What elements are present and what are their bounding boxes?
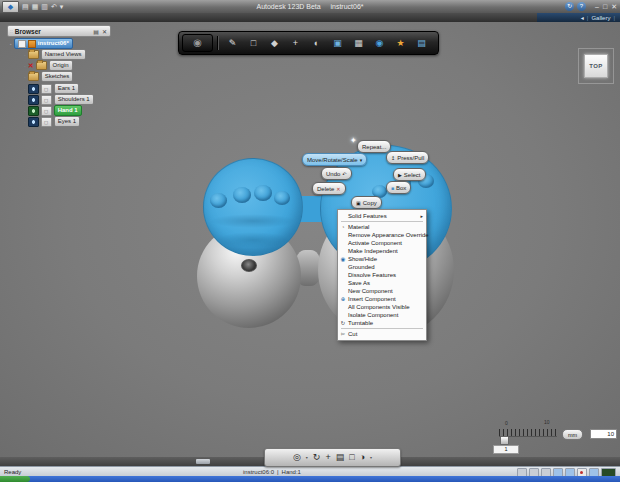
visibility-icon[interactable] bbox=[28, 106, 39, 116]
menu-item-label: All Components Visible bbox=[348, 304, 424, 310]
browser-item-shoulders-1[interactable]: ·◻Shoulders 1 bbox=[24, 95, 94, 104]
visibility-icon[interactable] bbox=[28, 95, 39, 105]
browser-item-ears-1[interactable]: ·◻Ears 1 bbox=[24, 84, 79, 93]
toolbar-move-icon[interactable]: + bbox=[286, 34, 305, 52]
snap-value-field[interactable]: 1 bbox=[493, 445, 519, 454]
panel-close-icon[interactable]: ✕ bbox=[102, 28, 107, 35]
caret-down-icon[interactable]: ▾ bbox=[370, 455, 372, 460]
visibility-icon[interactable] bbox=[28, 84, 39, 94]
menu-item-grounded[interactable]: Grounded bbox=[338, 263, 426, 271]
menu-item-label: Isolate Component bbox=[348, 312, 424, 318]
press-pull-button[interactable]: ↥ Press/Pull bbox=[386, 151, 429, 164]
open-icon[interactable]: ▤ bbox=[22, 2, 29, 12]
view-box-icon[interactable]: □ bbox=[349, 450, 354, 465]
pan-icon[interactable]: + bbox=[325, 450, 330, 465]
browser-item-label[interactable]: Shoulders 1 bbox=[54, 94, 94, 105]
gallery-label[interactable]: Gallery bbox=[591, 15, 610, 21]
browser-item-label[interactable]: Hand 1 bbox=[54, 105, 82, 116]
menu-item-remove-appearance-override[interactable]: Remove Appearance Override bbox=[338, 231, 426, 239]
redo-caret-icon[interactable]: ▾ bbox=[60, 2, 64, 12]
grip-dot: · bbox=[24, 97, 26, 103]
repeat-button[interactable]: Repeat... bbox=[357, 140, 391, 153]
menu-item-all-components-visible[interactable]: All Components Visible bbox=[338, 303, 426, 311]
print-icon[interactable]: ▥ bbox=[41, 2, 48, 12]
menu-item-make-independent[interactable]: Make Independent bbox=[338, 247, 426, 255]
orbit-icon[interactable]: ↻ bbox=[313, 450, 321, 465]
toolbar-snap-grid-icon[interactable]: ▤ bbox=[412, 34, 431, 52]
toolbar-primitives-icon[interactable]: □ bbox=[244, 34, 263, 52]
undo-icon[interactable]: ↶ bbox=[51, 2, 57, 12]
maximize-button[interactable]: □ bbox=[603, 2, 607, 11]
gallery-button[interactable]: ◂ | Gallery | bbox=[537, 13, 620, 22]
help-icon[interactable]: ? bbox=[577, 2, 586, 11]
os-taskbar[interactable] bbox=[0, 476, 620, 482]
delete-button[interactable]: Delete ✕ bbox=[312, 182, 346, 195]
menu-item-dissolve-features[interactable]: Dissolve Features bbox=[338, 271, 426, 279]
ruler-max-label: 10 bbox=[544, 419, 550, 425]
scrollbar-thumb[interactable] bbox=[196, 459, 210, 464]
minimize-button[interactable]: – bbox=[595, 2, 599, 11]
menu-item-save-as[interactable]: Save As bbox=[338, 279, 426, 287]
3d-viewport[interactable] bbox=[0, 22, 620, 457]
browser-item-label[interactable]: Origin bbox=[49, 60, 73, 71]
browser-item-label[interactable]: Named Views bbox=[41, 49, 86, 60]
menu-item-turntable[interactable]: ↻Turntable bbox=[338, 319, 426, 327]
move-rotate-scale-button[interactable]: Move/Rotate/Scale ▾ bbox=[302, 153, 367, 166]
browser-item-root[interactable]: ▪ instruct06* bbox=[10, 38, 73, 49]
grid-size-field[interactable]: 10 bbox=[590, 429, 617, 439]
toolbar-combine-icon[interactable]: ▣ bbox=[328, 34, 347, 52]
browser-item-label[interactable]: Sketches bbox=[41, 71, 74, 82]
start-button[interactable] bbox=[0, 476, 30, 482]
view-cube[interactable]: TOP bbox=[584, 54, 608, 78]
toolbar-pattern-icon[interactable]: ▦ bbox=[349, 34, 368, 52]
menu-item-isolate-component[interactable]: Isolate Component bbox=[338, 311, 426, 319]
back-arrow-icon[interactable]: ◂ bbox=[581, 14, 584, 21]
browser-item-sketches[interactable]: ·Sketches bbox=[24, 72, 73, 81]
browser-item-named-views[interactable]: ·Named Views bbox=[24, 50, 86, 59]
toolbar-sketch-icon[interactable]: ✎ bbox=[223, 34, 242, 52]
toolbar-material-icon[interactable]: ◉ bbox=[370, 34, 389, 52]
visibility-icon[interactable] bbox=[28, 117, 39, 127]
select-button[interactable]: ▶ Select bbox=[393, 168, 426, 181]
status-component: Hand:1 bbox=[282, 469, 301, 475]
toolbar-text-3d-icon[interactable]: ★ bbox=[391, 34, 410, 52]
menu-item-insert-component[interactable]: ⊕Insert Component bbox=[338, 295, 426, 303]
root-pill[interactable]: instruct06* bbox=[14, 38, 73, 49]
sync-icon[interactable]: ↻ bbox=[565, 2, 574, 11]
toolbar-main-menu-button[interactable]: ◉ bbox=[182, 34, 213, 52]
copy-label: Copy bbox=[363, 200, 377, 206]
browser-item-origin[interactable]: ·✕Origin bbox=[24, 61, 73, 70]
copy-button[interactable]: ▣ Copy bbox=[351, 196, 382, 209]
panel-menu-icon[interactable]: ▤ bbox=[93, 28, 99, 35]
browser-panel-header[interactable]: :: Browser ▤ ✕ bbox=[7, 25, 111, 37]
menu-item-material[interactable]: ◔Material bbox=[338, 223, 426, 231]
display-style-icon[interactable]: ◑ bbox=[360, 450, 365, 465]
eye-icon: ◉ bbox=[338, 256, 348, 262]
menu-item-cut[interactable]: ✂Cut bbox=[338, 330, 426, 338]
app-menu-button[interactable]: ◆ bbox=[2, 1, 19, 13]
save-icon[interactable]: ▦ bbox=[32, 2, 39, 12]
ruler-handle[interactable] bbox=[500, 436, 509, 445]
browser-item-hand-1[interactable]: ·◻Hand 1 bbox=[24, 106, 82, 115]
window-title: Autodesk 123D Beta instruct06* bbox=[0, 3, 620, 10]
browser-item-label[interactable]: Ears 1 bbox=[54, 83, 79, 94]
menu-item-new-component[interactable]: New Component bbox=[338, 287, 426, 295]
snap-ruler[interactable] bbox=[499, 429, 557, 436]
units-button[interactable]: mm bbox=[562, 429, 583, 440]
browser-item-label[interactable]: Eyes 1 bbox=[54, 116, 80, 127]
copy-icon: ▣ bbox=[356, 198, 361, 208]
box-button[interactable]: ■ Box bbox=[386, 181, 411, 194]
menu-item-show-hide[interactable]: ◉Show/Hide bbox=[338, 255, 426, 263]
move-label: Move/Rotate/Scale bbox=[307, 157, 358, 163]
undo-button[interactable]: Undo ↶ bbox=[321, 167, 352, 180]
menu-item-solid-features[interactable]: Solid Features▸ bbox=[338, 212, 426, 220]
look-at-icon[interactable]: ▤ bbox=[336, 450, 345, 465]
toolbar-shell-icon[interactable]: ◐ bbox=[307, 34, 326, 52]
steering-wheel-icon[interactable]: ◎ bbox=[293, 450, 301, 465]
browser-item-eyes-1[interactable]: ·◻Eyes 1 bbox=[24, 117, 80, 126]
toolbar-press-pull-icon[interactable]: ◆ bbox=[265, 34, 284, 52]
knuckle-bump bbox=[274, 191, 290, 205]
caret-down-icon[interactable]: ▾ bbox=[306, 455, 308, 460]
close-button[interactable]: ✕ bbox=[611, 2, 617, 11]
menu-item-activate-component[interactable]: Activate Component bbox=[338, 239, 426, 247]
